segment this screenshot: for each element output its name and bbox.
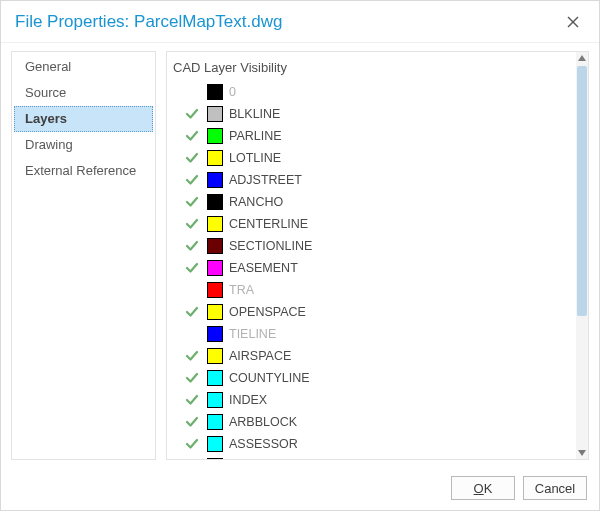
layer-color-swatch[interactable] [207, 370, 223, 386]
check-icon [185, 151, 199, 165]
layer-color-swatch[interactable] [207, 326, 223, 342]
close-icon [567, 16, 579, 28]
layer-color-swatch[interactable] [207, 172, 223, 188]
layer-row[interactable]: ARBBLOCK [171, 411, 572, 433]
layer-row[interactable]: TIELINE [171, 323, 572, 345]
check-icon [185, 173, 199, 187]
layer-color-swatch[interactable] [207, 392, 223, 408]
svg-marker-2 [578, 55, 586, 61]
layer-name-label: OPENSPACE [229, 305, 306, 319]
layer-row[interactable]: ASSESSOR [171, 433, 572, 455]
layer-visible-check[interactable] [183, 151, 201, 165]
layer-visible-check[interactable] [183, 371, 201, 385]
layer-name-label: NODE [229, 459, 265, 460]
check-icon [185, 371, 199, 385]
layer-color-swatch[interactable] [207, 260, 223, 276]
check-icon [185, 129, 199, 143]
layer-row[interactable]: INDEX [171, 389, 572, 411]
scrollbar-down-arrow[interactable] [576, 447, 588, 459]
layer-name-label: BLKLINE [229, 107, 280, 121]
scrollbar-up-arrow[interactable] [576, 52, 588, 64]
layer-name-label: PARLINE [229, 129, 282, 143]
sidebar-item-layers[interactable]: Layers [14, 106, 153, 132]
layer-row[interactable]: 0 [171, 81, 572, 103]
layer-visible-check[interactable] [183, 129, 201, 143]
layer-name-label: ADJSTREET [229, 173, 302, 187]
layer-name-label: AIRSPACE [229, 349, 291, 363]
layer-color-swatch[interactable] [207, 128, 223, 144]
properties-sidebar: General Source Layers Drawing External R… [11, 51, 156, 460]
layer-color-swatch[interactable] [207, 348, 223, 364]
sidebar-item-general[interactable]: General [14, 54, 153, 80]
layer-visible-check[interactable] [183, 437, 201, 451]
sidebar-item-label: Source [25, 85, 66, 100]
layer-color-swatch[interactable] [207, 106, 223, 122]
layer-visible-check[interactable] [183, 261, 201, 275]
layer-color-swatch[interactable] [207, 194, 223, 210]
layer-row[interactable]: EASEMENT [171, 257, 572, 279]
check-icon [185, 217, 199, 231]
ok-button[interactable]: OK [451, 476, 515, 500]
layer-color-swatch[interactable] [207, 304, 223, 320]
layer-name-label: TIELINE [229, 327, 276, 341]
layer-color-swatch[interactable] [207, 84, 223, 100]
layer-name-label: ARBBLOCK [229, 415, 297, 429]
sidebar-item-source[interactable]: Source [14, 80, 153, 106]
close-button[interactable] [555, 8, 591, 36]
chevron-down-icon [578, 450, 586, 456]
layer-name-label: INDEX [229, 393, 267, 407]
layer-row[interactable]: LOTLINE [171, 147, 572, 169]
layer-name-label: ASSESSOR [229, 437, 298, 451]
scrollbar-thumb[interactable] [577, 66, 587, 316]
layer-name-label: TRA [229, 283, 254, 297]
sidebar-item-drawing[interactable]: Drawing [14, 132, 153, 158]
layer-visible-check[interactable] [183, 195, 201, 209]
layer-row[interactable]: PARLINE [171, 125, 572, 147]
titlebar: File Properties: ParcelMapText.dwg [1, 1, 599, 43]
layer-row[interactable]: ADJSTREET [171, 169, 572, 191]
svg-marker-3 [578, 450, 586, 456]
layer-color-swatch[interactable] [207, 150, 223, 166]
scrollbar[interactable] [576, 52, 588, 459]
layers-list: 0BLKLINEPARLINELOTLINEADJSTREETRANCHOCEN… [171, 81, 572, 460]
layer-color-swatch[interactable] [207, 216, 223, 232]
layer-color-swatch[interactable] [207, 238, 223, 254]
layer-row[interactable]: RANCHO [171, 191, 572, 213]
check-icon [185, 349, 199, 363]
check-icon [185, 393, 199, 407]
check-icon [185, 195, 199, 209]
layer-row[interactable]: COUNTYLINE [171, 367, 572, 389]
chevron-up-icon [578, 55, 586, 61]
layer-color-swatch[interactable] [207, 458, 223, 460]
layer-visible-check[interactable] [183, 217, 201, 231]
layer-visible-check[interactable] [183, 349, 201, 363]
layer-row[interactable]: AIRSPACE [171, 345, 572, 367]
layer-row[interactable]: CENTERLINE [171, 213, 572, 235]
layer-visible-check[interactable] [183, 173, 201, 187]
layer-name-label: EASEMENT [229, 261, 298, 275]
sidebar-item-label: Layers [25, 111, 67, 126]
dialog-footer: OK Cancel [1, 466, 599, 510]
layer-row[interactable]: BLKLINE [171, 103, 572, 125]
layer-color-swatch[interactable] [207, 436, 223, 452]
layer-row[interactable]: NODE [171, 455, 572, 460]
sidebar-item-label: External Reference [25, 163, 136, 178]
layer-row[interactable]: SECTIONLINE [171, 235, 572, 257]
layer-color-swatch[interactable] [207, 414, 223, 430]
layer-color-swatch[interactable] [207, 282, 223, 298]
layer-row[interactable]: TRA [171, 279, 572, 301]
cancel-button[interactable]: Cancel [523, 476, 587, 500]
sidebar-item-external-reference[interactable]: External Reference [14, 158, 153, 184]
layer-visible-check[interactable] [183, 305, 201, 319]
sidebar-item-label: Drawing [25, 137, 73, 152]
layers-panel: CAD Layer Visibility 0BLKLINEPARLINELOTL… [166, 51, 589, 460]
layer-visible-check[interactable] [183, 415, 201, 429]
layer-visible-check[interactable] [183, 107, 201, 121]
content-area: General Source Layers Drawing External R… [1, 43, 599, 466]
layer-row[interactable]: OPENSPACE [171, 301, 572, 323]
layer-name-label: COUNTYLINE [229, 371, 310, 385]
layer-name-label: 0 [229, 85, 236, 99]
layer-visible-check[interactable] [183, 239, 201, 253]
ok-button-label: OK [474, 481, 493, 496]
layer-visible-check[interactable] [183, 393, 201, 407]
